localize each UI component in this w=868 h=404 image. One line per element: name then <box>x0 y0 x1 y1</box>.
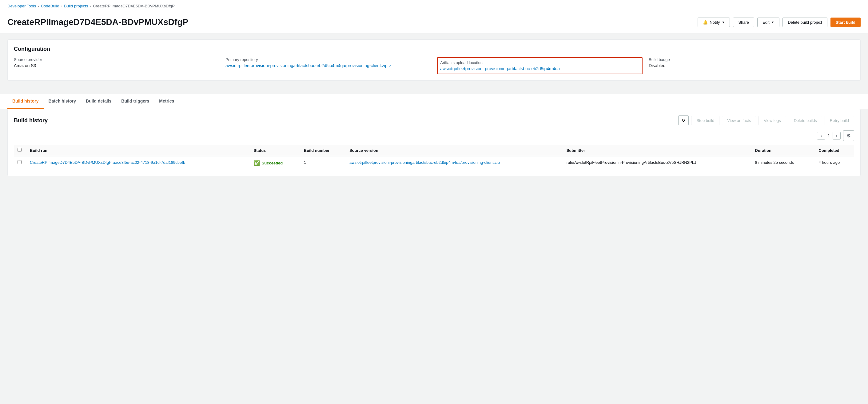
view-artifacts-label: View artifacts <box>727 118 751 123</box>
header-submitter: Submitter <box>563 145 751 156</box>
retry-build-label: Retry build <box>830 118 849 123</box>
artifacts-upload-label: Artifacts upload location <box>440 60 640 65</box>
row-build-number: 1 <box>300 156 346 170</box>
build-history-card: Build history ↻ Stop build View artifact… <box>7 109 861 176</box>
page-header: CreateRPIImageD7D4E5DA-BDvPMUXsDfgP 🔔 No… <box>0 12 868 33</box>
build-history-header: Build history ↻ Stop build View artifact… <box>14 115 854 125</box>
page-title: CreateRPIImageD7D4E5DA-BDvPMUXsDfgP <box>7 17 188 27</box>
build-history-table: Build run Status Build number Source ver… <box>14 145 854 170</box>
delete-builds-label: Delete builds <box>794 118 817 123</box>
header-build-run: Build run <box>26 145 250 156</box>
source-version-link[interactable]: awsiotrpifleetprovisioni-provisioningart… <box>349 160 500 165</box>
build-badge-item: Build badge Disabled <box>649 57 854 74</box>
select-all-checkbox[interactable] <box>18 148 22 152</box>
tabs-nav: Build history Batch history Build detail… <box>0 94 868 109</box>
breadcrumb-sep-1: › <box>38 4 39 8</box>
build-history-actions: ↻ Stop build View artifacts View logs De… <box>678 115 854 125</box>
breadcrumb-developer-tools[interactable]: Developer Tools <box>7 4 36 8</box>
build-badge-label: Build badge <box>649 57 854 62</box>
duration-value: 8 minutes 25 seconds <box>755 160 794 165</box>
source-provider-label: Source provider <box>14 57 219 62</box>
start-build-label: Start build <box>836 20 856 25</box>
build-run-link[interactable]: CreateRPIImageD7D4E5DA-BDvPMUXsDfgP:aace… <box>30 160 185 165</box>
row-submitter: rule/AwsIotRpiFleetProvisionin-Provision… <box>563 156 751 170</box>
breadcrumb-current: CreateRPIImageD7D4E5DA-BDvPMUXsDfgP <box>93 4 175 8</box>
header-completed: Completed <box>815 145 855 156</box>
bell-icon: 🔔 <box>703 20 708 25</box>
artifacts-upload-link[interactable]: awsiotrpifleetprovisioni-provisioningart… <box>440 66 560 71</box>
row-duration: 8 minutes 25 seconds <box>751 156 815 170</box>
content-wrapper: Build history ↻ Stop build View artifact… <box>0 109 868 183</box>
artifacts-upload-item: Artifacts upload location awsiotrpifleet… <box>437 57 643 74</box>
main-content: Configuration Source provider Amazon S3 … <box>0 33 868 94</box>
header-source-version: Source version <box>346 145 563 156</box>
succeeded-icon: ✅ <box>254 160 260 166</box>
view-logs-label: View logs <box>764 118 781 123</box>
stop-build-button[interactable]: Stop build <box>691 116 719 125</box>
row-source-version: awsiotrpifleetprovisioni-provisioningart… <box>346 156 563 170</box>
retry-build-button[interactable]: Retry build <box>825 116 854 125</box>
row-status: ✅ Succeeded <box>250 156 300 170</box>
status-label: Succeeded <box>262 161 283 165</box>
row-checkbox-col <box>14 156 26 170</box>
edit-button[interactable]: Edit ▼ <box>757 18 779 27</box>
external-link-icon: ↗ <box>389 64 392 68</box>
header-status: Status <box>250 145 300 156</box>
tab-metrics[interactable]: Metrics <box>154 94 179 109</box>
breadcrumb-sep-3: › <box>90 4 91 8</box>
header-actions: 🔔 Notify ▼ Share Edit ▼ Delete build pro… <box>698 18 861 27</box>
edit-label: Edit <box>763 20 769 25</box>
settings-icon-button[interactable]: ⚙ <box>843 130 854 141</box>
table-header-row: Build run Status Build number Source ver… <box>14 145 854 156</box>
next-page-button[interactable]: › <box>833 132 841 140</box>
breadcrumb: Developer Tools › CodeBuild › Build proj… <box>0 0 868 12</box>
table-row: CreateRPIImageD7D4E5DA-BDvPMUXsDfgP:aace… <box>14 156 854 170</box>
gear-icon: ⚙ <box>846 133 851 138</box>
current-page: 1 <box>828 133 830 138</box>
configuration-card: Configuration Source provider Amazon S3 … <box>7 39 861 81</box>
refresh-icon: ↻ <box>682 118 685 123</box>
tab-build-triggers[interactable]: Build triggers <box>116 94 154 109</box>
configuration-title: Configuration <box>14 46 854 52</box>
row-build-run: CreateRPIImageD7D4E5DA-BDvPMUXsDfgP:aace… <box>26 156 250 170</box>
delete-build-project-button[interactable]: Delete build project <box>782 18 827 27</box>
header-build-number: Build number <box>300 145 346 156</box>
pagination: ‹ 1 › ⚙ <box>14 130 854 141</box>
configuration-grid: Source provider Amazon S3 Primary reposi… <box>14 57 854 74</box>
delete-label: Delete build project <box>788 20 822 25</box>
completed-value: 4 hours ago <box>819 160 840 165</box>
breadcrumb-codebuild[interactable]: CodeBuild <box>41 4 59 8</box>
tab-build-details[interactable]: Build details <box>81 94 116 109</box>
primary-repository-item: Primary repository awsiotrpifleetprovisi… <box>225 57 431 74</box>
header-checkbox-col <box>14 145 26 156</box>
share-button[interactable]: Share <box>733 18 754 27</box>
start-build-button[interactable]: Start build <box>831 18 861 27</box>
notify-arrow-icon: ▼ <box>722 21 725 24</box>
share-label: Share <box>738 20 749 25</box>
refresh-button[interactable]: ↻ <box>678 115 689 125</box>
edit-arrow-icon: ▼ <box>771 21 775 24</box>
stop-build-label: Stop build <box>696 118 714 123</box>
build-history-title: Build history <box>14 117 48 124</box>
status-succeeded: ✅ Succeeded <box>254 160 297 166</box>
view-artifacts-button[interactable]: View artifacts <box>722 116 756 125</box>
delete-builds-button[interactable]: Delete builds <box>788 116 822 125</box>
build-badge-value: Disabled <box>649 63 854 68</box>
primary-repository-link[interactable]: awsiotrpifleetprovisioni-provisioningart… <box>225 63 388 68</box>
view-logs-button[interactable]: View logs <box>758 116 786 125</box>
source-provider-value: Amazon S3 <box>14 63 219 68</box>
breadcrumb-build-projects[interactable]: Build projects <box>64 4 88 8</box>
prev-page-button[interactable]: ‹ <box>817 132 825 140</box>
build-number-value: 1 <box>304 160 306 165</box>
notify-button[interactable]: 🔔 Notify ▼ <box>698 18 730 27</box>
tab-build-history[interactable]: Build history <box>7 94 44 109</box>
row-checkbox[interactable] <box>18 160 22 164</box>
tab-batch-history[interactable]: Batch history <box>44 94 81 109</box>
notify-label: Notify <box>710 20 720 25</box>
header-duration: Duration <box>751 145 815 156</box>
source-provider-item: Source provider Amazon S3 <box>14 57 219 74</box>
primary-repository-label: Primary repository <box>225 57 431 62</box>
breadcrumb-sep-2: › <box>61 4 62 8</box>
submitter-value: rule/AwsIotRpiFleetProvisionin-Provision… <box>566 160 696 165</box>
row-completed: 4 hours ago <box>815 156 855 170</box>
